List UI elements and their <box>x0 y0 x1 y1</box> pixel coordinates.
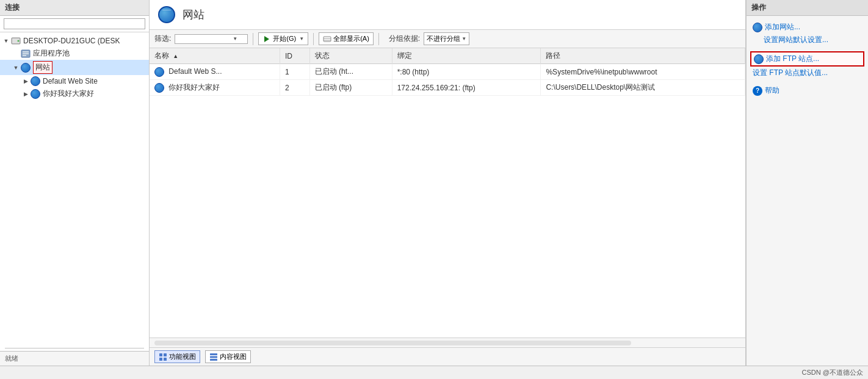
content-area: 网站 筛选: ▼ 开始(G) ▼ <box>150 0 746 366</box>
group-by-label: 分组依据: <box>389 34 420 44</box>
svg-rect-6 <box>23 55 26 56</box>
add-ftp-action[interactable]: 添加 FTP 站点... <box>750 51 864 67</box>
credit-text: CSDN @不道德公众 <box>802 368 863 377</box>
show-all-label: 全部显示(A) <box>333 34 369 43</box>
cell-status-2: 已启动 (ftp) <box>309 80 392 96</box>
col-name[interactable]: 名称 ▲ <box>150 48 280 64</box>
set-defaults-action[interactable]: 设置网站默认设置... <box>750 34 864 46</box>
action-gap-2 <box>750 79 864 84</box>
cell-binding-2: 172.24.255.169:21: (ftp) <box>392 80 541 96</box>
tree-expander-server: ▼ <box>2 37 10 45</box>
set-ftp-defaults-action[interactable]: 设置 FTP 站点默认值... <box>750 67 864 79</box>
tree-node-custom-site[interactable]: ▶ 你好我好大家好 <box>0 87 149 100</box>
right-panel: 操作 添加网站... 设置网站默认设置... 添加 FTP 站点... 设置 F… <box>746 0 868 366</box>
svg-rect-8 <box>324 37 331 42</box>
row1-name: Default Web S... <box>168 67 222 76</box>
table-header-row: 名称 ▲ ID 状态 绑定 路径 <box>150 48 745 64</box>
tree-label-server: DESKTOP-DU21GUC (DESK <box>23 37 120 45</box>
content-title: 网站 <box>183 7 204 22</box>
group-by-dropdown[interactable]: 不进行分组 ▼ <box>424 32 469 45</box>
cell-path-2: C:\Users\DELL\Desktop\网站测试 <box>541 80 745 96</box>
col-status-label: 状态 <box>315 51 330 60</box>
row2-name: 你好我好大家好 <box>168 83 220 92</box>
filter-label: 筛选: <box>154 34 171 44</box>
tree-expander-sites: ▼ <box>12 64 20 71</box>
row2-globe-icon <box>154 83 164 93</box>
svg-rect-13 <box>159 358 162 361</box>
sidebar-tree: ▼ DESKTOP-DU21GUC (DESK <box>0 32 149 345</box>
feature-view-button[interactable]: 功能视图 <box>154 350 200 363</box>
set-ftp-defaults-label: 设置 FTP 站点默认值... <box>753 68 828 78</box>
content-header-icon <box>157 5 176 24</box>
svg-marker-7 <box>264 36 269 42</box>
filter-input[interactable] <box>176 35 231 43</box>
content-view-icon <box>209 353 218 361</box>
filter-dropdown-arrow[interactable]: ▼ <box>233 36 237 42</box>
start-icon <box>262 35 271 43</box>
cell-status-1: 已启动 (ht... <box>309 64 392 80</box>
tree-node-default-site[interactable]: ▶ Default Web Site <box>0 75 149 87</box>
col-binding-label: 绑定 <box>397 51 412 60</box>
tree-node-sites[interactable]: ▼ 网站 <box>0 60 149 75</box>
separator-1 <box>253 33 253 45</box>
col-path[interactable]: 路径 <box>541 48 745 64</box>
server-icon <box>11 36 21 46</box>
table-row[interactable]: 你好我好大家好 2 已启动 (ftp) 172.24.255.169:21: (… <box>150 80 745 96</box>
cell-name-1: Default Web S... <box>150 64 280 80</box>
start-label: 开始(G) <box>273 34 296 43</box>
tree-label-default-site: Default Web Site <box>43 77 98 85</box>
svg-rect-15 <box>210 353 217 355</box>
svg-point-2 <box>18 40 20 42</box>
cell-id-2: 2 <box>280 80 309 96</box>
cell-binding-1: *:80 (http) <box>392 64 541 80</box>
filter-box[interactable]: ▼ <box>175 34 248 44</box>
svg-rect-5 <box>23 53 29 54</box>
show-all-button[interactable]: 全部显示(A) <box>319 32 374 45</box>
default-site-globe-icon <box>31 76 40 86</box>
svg-rect-14 <box>164 358 167 361</box>
content-view-label: 内容视图 <box>220 352 247 361</box>
tree-node-apppool[interactable]: 应用程序池 <box>0 47 149 60</box>
add-ftp-icon <box>754 54 764 64</box>
sites-globe-icon <box>21 63 31 73</box>
col-status[interactable]: 状态 <box>309 48 392 64</box>
table-row[interactable]: Default Web S... 1 已启动 (ht... *:80 (http… <box>150 64 745 80</box>
separator-3 <box>378 33 379 45</box>
content-header: 网站 <box>150 0 745 30</box>
svg-rect-17 <box>210 359 217 361</box>
sidebar-header: 连接 <box>0 0 149 16</box>
start-dropdown-arrow: ▼ <box>299 36 304 42</box>
svg-rect-12 <box>164 353 167 356</box>
tree-expander-default: ▶ <box>22 78 29 85</box>
sites-table: 名称 ▲ ID 状态 绑定 路径 <box>150 48 745 96</box>
cell-name-2: 你好我好大家好 <box>150 80 280 96</box>
sidebar-search-bar <box>0 16 149 32</box>
toolbar: 筛选: ▼ 开始(G) ▼ 全部显示(A) <box>150 30 745 48</box>
svg-rect-11 <box>159 353 162 356</box>
svg-rect-4 <box>23 51 29 52</box>
sidebar-search-input[interactable] <box>4 18 145 29</box>
horizontal-scrollbar[interactable] <box>150 337 745 347</box>
tree-label-sites: 网站 <box>33 61 52 74</box>
feature-view-icon <box>159 353 167 361</box>
col-name-label: 名称 <box>154 51 169 60</box>
custom-site-globe-icon <box>31 89 40 99</box>
help-label: 帮助 <box>765 85 779 96</box>
help-action[interactable]: ? 帮助 <box>750 84 864 97</box>
start-button[interactable]: 开始(G) ▼ <box>258 32 308 45</box>
col-id[interactable]: ID <box>280 48 309 64</box>
add-site-label: 添加网站... <box>765 22 800 32</box>
content-globe-icon <box>158 6 175 23</box>
tree-label-custom-site: 你好我好大家好 <box>43 88 94 99</box>
tree-label-apppool: 应用程序池 <box>33 48 70 59</box>
right-panel-header: 操作 <box>747 0 868 16</box>
show-all-icon <box>323 35 331 43</box>
bottom-bar: CSDN @不道德公众 <box>0 366 868 379</box>
feature-view-label: 功能视图 <box>169 352 196 361</box>
tree-expander-apppool <box>12 50 20 57</box>
content-view-button[interactable]: 内容视图 <box>205 350 251 363</box>
tree-node-server[interactable]: ▼ DESKTOP-DU21GUC (DESK <box>0 35 149 47</box>
add-site-action[interactable]: 添加网站... <box>750 21 864 34</box>
col-binding[interactable]: 绑定 <box>392 48 541 64</box>
tree-expander-custom: ▶ <box>22 90 29 98</box>
